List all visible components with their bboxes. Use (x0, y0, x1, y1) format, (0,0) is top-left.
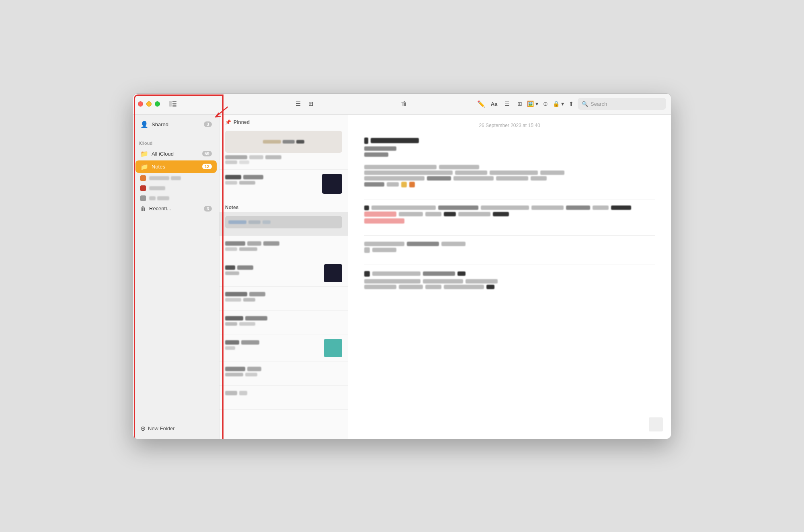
svg-rect-0 (169, 101, 172, 107)
note-thumbnail-1 (225, 131, 342, 153)
media-button[interactable]: 🖼️ ▾ (526, 97, 539, 110)
pinned-note-2[interactable] (219, 170, 348, 198)
folder-color-1 (140, 175, 146, 181)
note-thumb-teal (324, 339, 342, 357)
pinned-header: 📌 Pinned (219, 118, 348, 127)
close-button[interactable] (138, 101, 143, 107)
sidebar-folder-1[interactable] (135, 173, 217, 183)
main-content: 👤 Shared 3 iCloud 📁 All iCloud 59 📁 Note… (133, 115, 671, 439)
recently-label: Recentl... (149, 205, 201, 212)
notes-badge: 12 (202, 164, 212, 169)
list-view-button[interactable]: ☰ (291, 97, 304, 110)
sidebar-toggle-button[interactable] (166, 97, 179, 110)
note-item-3[interactable] (219, 260, 348, 287)
folder-1-label (149, 176, 169, 180)
collab-button[interactable]: ⊙ (539, 97, 552, 110)
font-button[interactable]: Aa (488, 97, 500, 110)
note-1-preview (225, 155, 342, 159)
traffic-lights (138, 101, 160, 107)
window-toolbar: ☰ ⊞ 🗑 ✏️ Aa ☰ ⊞ 🖼️ ▾ ⊙ 🔒 ▾ ⬆ 🔍 (133, 94, 671, 115)
note-1-preview2 (225, 160, 342, 164)
sidebar-item-shared[interactable]: 👤 Shared 3 (135, 118, 217, 131)
app-window: ☰ ⊞ 🗑 ✏️ Aa ☰ ⊞ 🖼️ ▾ ⊙ 🔒 ▾ ⬆ 🔍 👤 Shared … (133, 93, 671, 439)
sidebar: 👤 Shared 3 iCloud 📁 All iCloud 59 📁 Note… (133, 115, 219, 439)
sidebar-item-all-icloud[interactable]: 📁 All iCloud 59 (135, 148, 217, 160)
notes-folder-icon: 📁 (140, 163, 148, 170)
folder-color-2 (140, 185, 146, 191)
sidebar-shared-section: 👤 Shared 3 (133, 115, 219, 134)
notes-list-panel: 📌 Pinned (219, 115, 348, 439)
folder-3-sublabel (157, 196, 169, 200)
folder-3-label (149, 196, 156, 200)
sidebar-icloud-section: iCloud 📁 All iCloud 59 📁 Notes 12 (133, 134, 219, 218)
content-block-4 (364, 240, 655, 254)
content-block-2 (364, 164, 655, 189)
note-item-7[interactable] (219, 362, 348, 386)
minimize-button[interactable] (146, 101, 152, 107)
share-button[interactable]: ⬆ (565, 97, 578, 110)
notes-section: Notes (219, 200, 348, 411)
note-item-6[interactable] (219, 335, 348, 362)
pinned-label: Pinned (234, 119, 250, 125)
compose-button[interactable]: ✏️ (475, 97, 488, 110)
trash-button[interactable]: 🗑 (398, 97, 410, 110)
maximize-button[interactable] (155, 101, 160, 107)
svg-rect-2 (172, 103, 176, 105)
table-button[interactable]: ⊞ (513, 97, 526, 110)
content-divider-3 (364, 265, 655, 265)
note-content-area: 26 September 2023 at 15:40 (348, 115, 671, 439)
all-icloud-icon: 📁 (140, 150, 148, 158)
folder-color-3 (140, 195, 146, 201)
grid-view-button[interactable]: ⊞ (304, 97, 317, 110)
recently-deleted-icon: 🗑 (140, 205, 146, 212)
note-item-2[interactable] (219, 236, 348, 260)
content-block-5 (364, 270, 655, 290)
sidebar-folder-3[interactable] (135, 193, 217, 203)
shared-badge: 3 (204, 121, 212, 127)
sidebar-bottom: ⊕ New Folder (133, 418, 219, 439)
content-divider-2 (364, 235, 655, 236)
svg-rect-1 (172, 101, 176, 102)
svg-rect-3 (172, 105, 176, 107)
note-item-selected[interactable] (219, 212, 348, 236)
pinned-section: 📌 Pinned (219, 115, 348, 200)
notes-section-header: Notes (219, 203, 348, 212)
sidebar-toggle-icon (169, 101, 176, 107)
pin-icon: 📌 (225, 119, 231, 125)
search-icon: 🔍 (582, 101, 588, 107)
sidebar-folder-2[interactable] (135, 183, 217, 193)
all-icloud-label: All iCloud (152, 151, 199, 157)
all-icloud-badge: 59 (202, 151, 212, 156)
sidebar-item-notes[interactable]: 📁 Notes 12 (135, 160, 217, 173)
notes-label: Notes (152, 164, 199, 170)
lock-button[interactable]: 🔒 ▾ (552, 97, 565, 110)
notes-section-label: Notes (225, 205, 238, 210)
note-item-8[interactable] (219, 386, 348, 410)
new-folder-label: New Folder (148, 425, 174, 431)
checklist-button[interactable]: ☰ (500, 97, 513, 110)
folder-1-sublabel (171, 176, 181, 180)
sidebar-shared-label: Shared (152, 121, 201, 127)
content-block-1 (364, 136, 655, 158)
note-date: 26 September 2023 at 15:40 (364, 123, 655, 128)
note-item-5[interactable] (219, 311, 348, 335)
content-divider-1 (364, 199, 655, 199)
shared-icon: 👤 (140, 121, 148, 128)
new-folder-button[interactable]: ⊕ New Folder (135, 422, 217, 435)
note-dark-thumb (322, 174, 342, 194)
folder-2-label (149, 186, 165, 190)
note-item-4[interactable] (219, 287, 348, 311)
search-bar[interactable]: 🔍 (578, 98, 666, 110)
note-thumb-dark-2 (324, 264, 342, 282)
icloud-section-title: iCloud (133, 138, 219, 147)
search-input[interactable] (591, 101, 662, 107)
pinned-note-1[interactable] (219, 127, 348, 170)
content-block-3 (364, 204, 655, 225)
plus-icon: ⊕ (140, 425, 146, 432)
recently-badge: 3 (204, 206, 212, 212)
sidebar-item-recently[interactable]: 🗑 Recentl... 3 (135, 203, 217, 214)
